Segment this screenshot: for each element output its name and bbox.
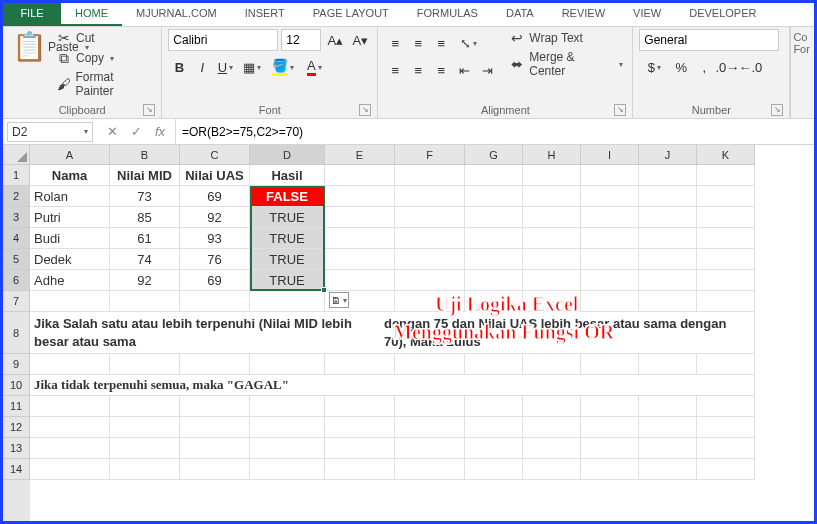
cell[interactable]	[395, 459, 465, 480]
cell-uas[interactable]: 76	[180, 249, 250, 270]
cell-hasil[interactable]: FALSE	[250, 186, 325, 207]
cell[interactable]	[465, 249, 523, 270]
tab-mjurnal[interactable]: MJURNAL.COM	[122, 3, 231, 26]
format-painter-button[interactable]: 🖌Format Painter	[53, 69, 155, 99]
cell[interactable]	[30, 417, 110, 438]
cell[interactable]	[325, 270, 395, 291]
row-header-5[interactable]: 5	[3, 249, 30, 270]
cell[interactable]	[325, 396, 395, 417]
column-header-A[interactable]: A	[30, 145, 110, 165]
cell[interactable]	[523, 186, 581, 207]
row-header-3[interactable]: 3	[3, 207, 30, 228]
underline-button[interactable]: U▾	[214, 56, 236, 78]
cell[interactable]	[325, 207, 395, 228]
row-header-7[interactable]: 7	[3, 291, 30, 312]
tab-home[interactable]: HOME	[61, 3, 122, 26]
cell[interactable]	[639, 270, 697, 291]
tab-view[interactable]: VIEW	[619, 3, 675, 26]
cell-nama[interactable]: Putri	[30, 207, 110, 228]
cell[interactable]	[110, 459, 180, 480]
cell[interactable]	[250, 438, 325, 459]
copy-button[interactable]: ⧉Copy▾	[53, 49, 155, 67]
cell[interactable]	[465, 438, 523, 459]
cell[interactable]	[581, 228, 639, 249]
fill-color-button[interactable]: 🪣▾	[268, 56, 298, 78]
cell[interactable]	[697, 249, 755, 270]
column-header-K[interactable]: K	[697, 145, 755, 165]
cell[interactable]	[639, 228, 697, 249]
cell[interactable]	[523, 228, 581, 249]
cell-uas[interactable]: 69	[180, 270, 250, 291]
cell-nama[interactable]: Adhe	[30, 270, 110, 291]
dialog-launcher-icon[interactable]: ↘	[143, 104, 155, 116]
cell[interactable]	[325, 459, 395, 480]
column-header-F[interactable]: F	[395, 145, 465, 165]
border-button[interactable]: ▦▾	[237, 56, 267, 78]
cell[interactable]	[180, 291, 250, 312]
cell[interactable]	[110, 438, 180, 459]
header-nama[interactable]: Nama	[30, 165, 110, 186]
row-header-13[interactable]: 13	[3, 438, 30, 459]
cell[interactable]	[697, 396, 755, 417]
merge-center-button[interactable]: ⬌Merge & Center▾	[506, 49, 626, 79]
dialog-launcher-icon[interactable]: ↘	[359, 104, 371, 116]
cell-mid[interactable]: 74	[110, 249, 180, 270]
column-header-I[interactable]: I	[581, 145, 639, 165]
cell[interactable]	[250, 417, 325, 438]
font-size-select[interactable]	[281, 29, 321, 51]
cell[interactable]	[30, 438, 110, 459]
cell[interactable]	[395, 417, 465, 438]
chevron-down-icon[interactable]: ▾	[84, 127, 88, 136]
formula-input[interactable]	[176, 119, 814, 144]
cell[interactable]	[395, 438, 465, 459]
cell[interactable]	[395, 396, 465, 417]
cell[interactable]	[250, 291, 325, 312]
cell[interactable]	[395, 354, 465, 375]
cell[interactable]	[325, 228, 395, 249]
cell[interactable]	[697, 270, 755, 291]
cell[interactable]	[581, 207, 639, 228]
cell-hasil[interactable]: TRUE	[250, 270, 325, 291]
row-header-2[interactable]: 2	[3, 186, 30, 207]
cell[interactable]	[465, 396, 523, 417]
cell[interactable]	[325, 354, 395, 375]
cell[interactable]	[697, 186, 755, 207]
cell[interactable]	[523, 354, 581, 375]
cell[interactable]	[110, 417, 180, 438]
cell[interactable]	[523, 249, 581, 270]
column-header-E[interactable]: E	[325, 145, 395, 165]
cell[interactable]	[697, 291, 755, 312]
cell[interactable]	[325, 165, 395, 186]
cell[interactable]	[639, 249, 697, 270]
row-header-14[interactable]: 14	[3, 459, 30, 480]
cell-mid[interactable]: 92	[110, 270, 180, 291]
fill-handle[interactable]	[321, 287, 327, 293]
align-left-button[interactable]: ≡	[384, 59, 406, 81]
dialog-launcher-icon[interactable]: ↘	[614, 104, 626, 116]
cell-uas[interactable]: 69	[180, 186, 250, 207]
number-format-select[interactable]	[639, 29, 779, 51]
tab-insert[interactable]: INSERT	[231, 3, 299, 26]
name-box[interactable]: D2▾	[7, 122, 93, 142]
cell[interactable]	[523, 459, 581, 480]
tab-pagelayout[interactable]: PAGE LAYOUT	[299, 3, 403, 26]
cell[interactable]	[581, 249, 639, 270]
cell[interactable]	[581, 186, 639, 207]
cell[interactable]	[639, 396, 697, 417]
cell[interactable]	[639, 291, 697, 312]
cell[interactable]	[639, 417, 697, 438]
cell[interactable]	[523, 165, 581, 186]
cell[interactable]	[581, 270, 639, 291]
cell[interactable]	[639, 459, 697, 480]
worksheet-grid[interactable]: 1234567891011121314 ABCDEFGHIJK NamaNila…	[3, 145, 814, 521]
cell[interactable]	[395, 207, 465, 228]
cell[interactable]	[697, 228, 755, 249]
cell[interactable]	[250, 354, 325, 375]
cell[interactable]	[395, 165, 465, 186]
cell[interactable]	[581, 291, 639, 312]
cell[interactable]	[465, 165, 523, 186]
cell-uas[interactable]: 92	[180, 207, 250, 228]
row-header-4[interactable]: 4	[3, 228, 30, 249]
cell[interactable]	[697, 354, 755, 375]
cell-mid[interactable]: 73	[110, 186, 180, 207]
